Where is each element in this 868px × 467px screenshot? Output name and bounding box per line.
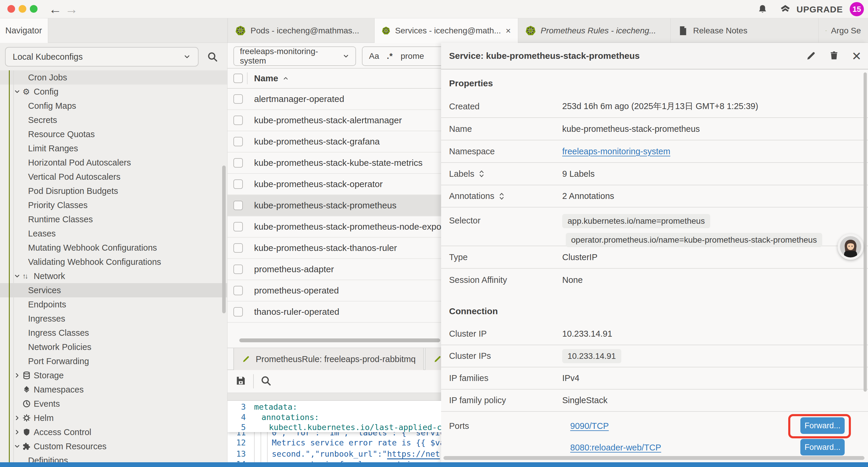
sidebar-item-horizontal-pod-autoscalers[interactable]: Horizontal Pod Autoscalers xyxy=(0,155,227,170)
minimize-window-button[interactable] xyxy=(19,5,26,13)
yaml-editor[interactable]: 11 0", "for": "1m", "labels": { "service… xyxy=(227,401,441,467)
sidebar-item-runtime-classes[interactable]: Runtime Classes xyxy=(0,212,227,226)
sidebar-item-config[interactable]: ⚙ Config xyxy=(0,85,227,99)
sidebar-item-services[interactable]: Services xyxy=(0,283,227,297)
table-row[interactable]: kube-prometheus-stack-kube-state-metrics xyxy=(227,152,441,174)
upgrade-button[interactable]: UPGRADE xyxy=(779,4,843,16)
edit-pencil-icon[interactable] xyxy=(806,50,816,62)
forward-port-button[interactable]: Forward... xyxy=(800,439,845,456)
sidebar-item-ingress-classes[interactable]: Ingress Classes xyxy=(0,326,227,340)
forward-port-button[interactable]: Forward... xyxy=(800,417,845,434)
chevron-right-icon[interactable] xyxy=(13,429,23,436)
sidebar-item-secrets[interactable]: Secrets xyxy=(0,113,227,127)
select-all-checkbox[interactable] xyxy=(234,74,243,83)
sidebar-item-namespaces[interactable]: Namespaces xyxy=(0,382,227,397)
chevron-down-icon[interactable] xyxy=(13,88,23,95)
sidebar-item-pod-disruption-budgets[interactable]: Pod Disruption Budgets xyxy=(0,184,227,198)
sidebar-item-limit-ranges[interactable]: Limit Ranges xyxy=(0,141,227,155)
table-row[interactable]: kube-prometheus-stack-grafana xyxy=(227,131,441,152)
zoom-window-button[interactable] xyxy=(30,5,37,13)
sidebar-item-port-forwarding[interactable]: Port Forwarding xyxy=(0,354,227,368)
port-link-9090[interactable]: 9090/TCP xyxy=(570,421,609,431)
sidebar-item-ingresses[interactable]: Ingresses xyxy=(0,312,227,326)
sidebar-item-priority-classes[interactable]: Priority Classes xyxy=(0,198,227,212)
sidebar-item-events[interactable]: Events xyxy=(0,397,227,411)
runbook-url-link[interactable]: https://net xyxy=(387,449,440,459)
tab-argo[interactable]: Argo Se xyxy=(819,18,868,43)
sticky-code-header: 3 metadata: 4 annotations: 5 kubectl.kub… xyxy=(227,401,441,432)
table-row[interactable]: kube-prometheus-stack-prometheus-node-ex… xyxy=(227,216,441,238)
find-in-editor-icon[interactable] xyxy=(260,375,272,387)
sidebar-item-mutating-webhook-configurations[interactable]: Mutating Webhook Configurations xyxy=(0,241,227,255)
notification-count-badge[interactable]: 15 xyxy=(850,2,864,16)
table-row[interactable]: prometheus-adapter xyxy=(227,259,441,280)
search-icon[interactable] xyxy=(207,51,218,63)
sidebar-item-network[interactable]: ↑↓ Network xyxy=(0,269,227,283)
row-checkbox[interactable] xyxy=(234,222,243,231)
sidebar-item-resource-quotas[interactable]: Resource Quotas xyxy=(0,127,227,141)
namespace-link[interactable]: freeleaps-monitoring-system xyxy=(562,147,670,156)
sidebar-item-cron-jobs[interactable]: Cron Jobs xyxy=(0,70,227,85)
row-checkbox[interactable] xyxy=(234,243,243,253)
editor-tab-prometheusrule[interactable]: PrometheusRule: freeleaps-prod-rabbitmq xyxy=(234,348,424,370)
table-row-selected[interactable]: kube-prometheus-stack-prometheus xyxy=(227,195,441,216)
expand-updown-icon[interactable] xyxy=(478,169,485,178)
expand-updown-icon[interactable] xyxy=(498,192,505,201)
sidebar-item-endpoints[interactable]: Endpoints xyxy=(0,297,227,312)
row-checkbox[interactable] xyxy=(234,201,243,210)
tab-navigator[interactable]: Navigator xyxy=(0,18,48,43)
table-row[interactable]: thanos-ruler-operated xyxy=(227,301,441,323)
chevron-right-icon[interactable] xyxy=(13,372,23,379)
row-checkbox[interactable] xyxy=(234,116,243,125)
editor-tab-partial[interactable] xyxy=(425,348,441,370)
back-icon[interactable]: ← xyxy=(49,2,62,17)
sidebar-item-leases[interactable]: Leases xyxy=(0,226,227,241)
sidebar-item-custom-resources[interactable]: Custom Resources xyxy=(0,439,227,454)
avatar[interactable] xyxy=(838,234,864,260)
row-checkbox[interactable] xyxy=(234,307,243,317)
row-checkbox[interactable] xyxy=(234,179,243,189)
chevron-right-icon[interactable] xyxy=(13,414,23,421)
chevron-down-icon[interactable] xyxy=(13,272,23,280)
tab-services[interactable]: Services - icecheng@math... × xyxy=(375,18,518,43)
sidebar-item-network-policies[interactable]: Network Policies xyxy=(0,340,227,354)
table-row[interactable]: prometheus-operated xyxy=(227,280,441,301)
save-icon[interactable] xyxy=(235,375,247,388)
detail-vertical-scrollbar[interactable] xyxy=(864,72,867,391)
sidebar-item-access-control[interactable]: Access Control xyxy=(0,425,227,439)
tab-release-notes[interactable]: Release Notes xyxy=(671,18,819,43)
detail-horizontal-scrollbar[interactable] xyxy=(443,456,864,460)
table-row[interactable]: alertmanager-operated xyxy=(227,89,441,110)
sidebar-scrollbar[interactable] xyxy=(222,166,226,313)
close-tab-icon[interactable]: × xyxy=(505,26,511,36)
sidebar-item-validating-webhook-configurations[interactable]: Validating Webhook Configurations xyxy=(0,255,227,269)
chevron-down-icon[interactable] xyxy=(13,443,23,450)
regex-toggle-icon[interactable]: .* xyxy=(387,52,393,61)
tab-prometheus-rules[interactable]: Prometheus Rules - icecheng... xyxy=(518,18,671,43)
table-row[interactable]: kube-prometheus-stack-thanos-ruler xyxy=(227,238,441,259)
notifications-bell-icon[interactable] xyxy=(756,4,769,17)
sidebar-item-config-maps[interactable]: Config Maps xyxy=(0,99,227,113)
table-row[interactable]: kube-prometheus-stack-alertmanager xyxy=(227,110,441,131)
namespace-selector[interactable]: freeleaps-monitoring-system xyxy=(234,47,356,66)
row-checkbox[interactable] xyxy=(234,94,243,104)
row-checkbox[interactable] xyxy=(234,137,243,146)
close-window-button[interactable] xyxy=(7,5,15,13)
kubeconfig-selector[interactable]: Local Kubeconfigs xyxy=(5,47,198,66)
sidebar-item-helm[interactable]: Helm xyxy=(0,411,227,425)
row-checkbox[interactable] xyxy=(234,286,243,295)
row-checkbox[interactable] xyxy=(234,158,243,168)
sidebar-item-storage[interactable]: Storage xyxy=(0,368,227,382)
table-row[interactable]: kube-prometheus-stack-operator xyxy=(227,174,441,195)
delete-trash-icon[interactable] xyxy=(829,50,839,62)
close-panel-icon[interactable]: ✕ xyxy=(851,49,862,63)
sidebar-item-vertical-pod-autoscalers[interactable]: Vertical Pod Autoscalers xyxy=(0,170,227,184)
horizontal-scrollbar[interactable] xyxy=(239,339,440,342)
name-column-header[interactable]: Name xyxy=(254,73,289,83)
row-checkbox[interactable] xyxy=(234,265,243,274)
forward-icon[interactable]: → xyxy=(65,2,78,17)
match-case-toggle[interactable]: Aa xyxy=(369,52,379,61)
search-input[interactable]: Aa .* prome xyxy=(362,47,441,66)
tab-pods[interactable]: Pods - icecheng@mathmas... xyxy=(228,18,375,43)
port-link-8080[interactable]: 8080:reloader-web/TCP xyxy=(570,443,661,453)
